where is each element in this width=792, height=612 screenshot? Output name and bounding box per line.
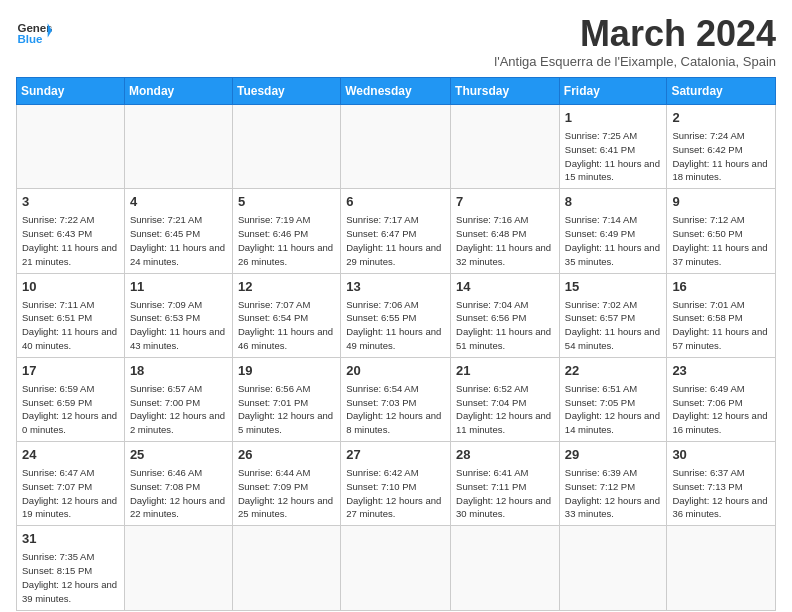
day-info: Sunrise: 6:59 AM Sunset: 6:59 PM Dayligh… bbox=[22, 382, 119, 437]
calendar-cell: 29Sunrise: 6:39 AM Sunset: 7:12 PM Dayli… bbox=[559, 442, 667, 526]
day-info: Sunrise: 7:25 AM Sunset: 6:41 PM Dayligh… bbox=[565, 129, 662, 184]
day-number: 7 bbox=[456, 193, 554, 211]
day-number: 25 bbox=[130, 446, 227, 464]
calendar-cell: 25Sunrise: 6:46 AM Sunset: 7:08 PM Dayli… bbox=[124, 442, 232, 526]
calendar-cell: 5Sunrise: 7:19 AM Sunset: 6:46 PM Daylig… bbox=[232, 189, 340, 273]
day-number: 3 bbox=[22, 193, 119, 211]
calendar-cell: 11Sunrise: 7:09 AM Sunset: 6:53 PM Dayli… bbox=[124, 273, 232, 357]
calendar-cell: 3Sunrise: 7:22 AM Sunset: 6:43 PM Daylig… bbox=[17, 189, 125, 273]
day-number: 6 bbox=[346, 193, 445, 211]
col-header-thursday: Thursday bbox=[451, 78, 560, 105]
day-number: 12 bbox=[238, 278, 335, 296]
day-info: Sunrise: 6:54 AM Sunset: 7:03 PM Dayligh… bbox=[346, 382, 445, 437]
calendar-cell: 31Sunrise: 7:35 AM Sunset: 8:15 PM Dayli… bbox=[17, 526, 125, 610]
day-info: Sunrise: 7:04 AM Sunset: 6:56 PM Dayligh… bbox=[456, 298, 554, 353]
calendar-cell: 9Sunrise: 7:12 AM Sunset: 6:50 PM Daylig… bbox=[667, 189, 776, 273]
calendar-cell bbox=[667, 526, 776, 610]
calendar-cell bbox=[124, 105, 232, 189]
day-info: Sunrise: 6:46 AM Sunset: 7:08 PM Dayligh… bbox=[130, 466, 227, 521]
calendar-cell: 16Sunrise: 7:01 AM Sunset: 6:58 PM Dayli… bbox=[667, 273, 776, 357]
day-number: 4 bbox=[130, 193, 227, 211]
calendar-cell: 26Sunrise: 6:44 AM Sunset: 7:09 PM Dayli… bbox=[232, 442, 340, 526]
day-number: 30 bbox=[672, 446, 770, 464]
logo-icon: General Blue bbox=[16, 16, 52, 52]
day-info: Sunrise: 6:39 AM Sunset: 7:12 PM Dayligh… bbox=[565, 466, 662, 521]
calendar-cell: 23Sunrise: 6:49 AM Sunset: 7:06 PM Dayli… bbox=[667, 357, 776, 441]
calendar-cell: 13Sunrise: 7:06 AM Sunset: 6:55 PM Dayli… bbox=[341, 273, 451, 357]
calendar-cell: 30Sunrise: 6:37 AM Sunset: 7:13 PM Dayli… bbox=[667, 442, 776, 526]
calendar-cell: 27Sunrise: 6:42 AM Sunset: 7:10 PM Dayli… bbox=[341, 442, 451, 526]
day-info: Sunrise: 6:49 AM Sunset: 7:06 PM Dayligh… bbox=[672, 382, 770, 437]
calendar-cell bbox=[232, 526, 340, 610]
calendar-cell: 15Sunrise: 7:02 AM Sunset: 6:57 PM Dayli… bbox=[559, 273, 667, 357]
calendar-cell: 14Sunrise: 7:04 AM Sunset: 6:56 PM Dayli… bbox=[451, 273, 560, 357]
day-info: Sunrise: 6:52 AM Sunset: 7:04 PM Dayligh… bbox=[456, 382, 554, 437]
calendar-cell: 28Sunrise: 6:41 AM Sunset: 7:11 PM Dayli… bbox=[451, 442, 560, 526]
day-number: 18 bbox=[130, 362, 227, 380]
calendar-week-row: 17Sunrise: 6:59 AM Sunset: 6:59 PM Dayli… bbox=[17, 357, 776, 441]
col-header-sunday: Sunday bbox=[17, 78, 125, 105]
day-info: Sunrise: 7:35 AM Sunset: 8:15 PM Dayligh… bbox=[22, 550, 119, 605]
calendar-cell bbox=[559, 526, 667, 610]
calendar-cell bbox=[341, 526, 451, 610]
calendar-cell bbox=[451, 105, 560, 189]
calendar-cell bbox=[341, 105, 451, 189]
day-info: Sunrise: 6:56 AM Sunset: 7:01 PM Dayligh… bbox=[238, 382, 335, 437]
day-info: Sunrise: 6:44 AM Sunset: 7:09 PM Dayligh… bbox=[238, 466, 335, 521]
day-number: 21 bbox=[456, 362, 554, 380]
day-number: 10 bbox=[22, 278, 119, 296]
day-info: Sunrise: 6:42 AM Sunset: 7:10 PM Dayligh… bbox=[346, 466, 445, 521]
calendar-cell: 7Sunrise: 7:16 AM Sunset: 6:48 PM Daylig… bbox=[451, 189, 560, 273]
day-info: Sunrise: 7:17 AM Sunset: 6:47 PM Dayligh… bbox=[346, 213, 445, 268]
day-number: 14 bbox=[456, 278, 554, 296]
day-number: 23 bbox=[672, 362, 770, 380]
day-number: 26 bbox=[238, 446, 335, 464]
calendar-cell: 8Sunrise: 7:14 AM Sunset: 6:49 PM Daylig… bbox=[559, 189, 667, 273]
day-info: Sunrise: 7:14 AM Sunset: 6:49 PM Dayligh… bbox=[565, 213, 662, 268]
calendar-week-row: 24Sunrise: 6:47 AM Sunset: 7:07 PM Dayli… bbox=[17, 442, 776, 526]
col-header-monday: Monday bbox=[124, 78, 232, 105]
day-number: 2 bbox=[672, 109, 770, 127]
day-info: Sunrise: 7:06 AM Sunset: 6:55 PM Dayligh… bbox=[346, 298, 445, 353]
day-info: Sunrise: 7:21 AM Sunset: 6:45 PM Dayligh… bbox=[130, 213, 227, 268]
day-info: Sunrise: 6:51 AM Sunset: 7:05 PM Dayligh… bbox=[565, 382, 662, 437]
calendar-cell: 10Sunrise: 7:11 AM Sunset: 6:51 PM Dayli… bbox=[17, 273, 125, 357]
page-header: General Blue March 2024 l'Antiga Esquerr… bbox=[16, 16, 776, 69]
svg-text:Blue: Blue bbox=[17, 33, 43, 45]
day-number: 24 bbox=[22, 446, 119, 464]
day-info: Sunrise: 7:02 AM Sunset: 6:57 PM Dayligh… bbox=[565, 298, 662, 353]
day-info: Sunrise: 6:47 AM Sunset: 7:07 PM Dayligh… bbox=[22, 466, 119, 521]
calendar-cell: 17Sunrise: 6:59 AM Sunset: 6:59 PM Dayli… bbox=[17, 357, 125, 441]
calendar-table: SundayMondayTuesdayWednesdayThursdayFrid… bbox=[16, 77, 776, 611]
day-info: Sunrise: 7:19 AM Sunset: 6:46 PM Dayligh… bbox=[238, 213, 335, 268]
calendar-header-row: SundayMondayTuesdayWednesdayThursdayFrid… bbox=[17, 78, 776, 105]
day-info: Sunrise: 7:07 AM Sunset: 6:54 PM Dayligh… bbox=[238, 298, 335, 353]
day-number: 13 bbox=[346, 278, 445, 296]
day-number: 28 bbox=[456, 446, 554, 464]
col-header-wednesday: Wednesday bbox=[341, 78, 451, 105]
col-header-tuesday: Tuesday bbox=[232, 78, 340, 105]
calendar-week-row: 3Sunrise: 7:22 AM Sunset: 6:43 PM Daylig… bbox=[17, 189, 776, 273]
title-area: March 2024 l'Antiga Esquerra de l'Eixamp… bbox=[494, 16, 776, 69]
calendar-cell: 6Sunrise: 7:17 AM Sunset: 6:47 PM Daylig… bbox=[341, 189, 451, 273]
calendar-cell bbox=[232, 105, 340, 189]
day-info: Sunrise: 6:57 AM Sunset: 7:00 PM Dayligh… bbox=[130, 382, 227, 437]
calendar-cell: 22Sunrise: 6:51 AM Sunset: 7:05 PM Dayli… bbox=[559, 357, 667, 441]
day-number: 29 bbox=[565, 446, 662, 464]
day-info: Sunrise: 7:12 AM Sunset: 6:50 PM Dayligh… bbox=[672, 213, 770, 268]
logo: General Blue bbox=[16, 16, 52, 52]
calendar-cell: 4Sunrise: 7:21 AM Sunset: 6:45 PM Daylig… bbox=[124, 189, 232, 273]
day-info: Sunrise: 7:09 AM Sunset: 6:53 PM Dayligh… bbox=[130, 298, 227, 353]
calendar-cell: 20Sunrise: 6:54 AM Sunset: 7:03 PM Dayli… bbox=[341, 357, 451, 441]
day-number: 19 bbox=[238, 362, 335, 380]
day-number: 11 bbox=[130, 278, 227, 296]
col-header-friday: Friday bbox=[559, 78, 667, 105]
day-info: Sunrise: 6:41 AM Sunset: 7:11 PM Dayligh… bbox=[456, 466, 554, 521]
day-info: Sunrise: 7:11 AM Sunset: 6:51 PM Dayligh… bbox=[22, 298, 119, 353]
calendar-cell: 21Sunrise: 6:52 AM Sunset: 7:04 PM Dayli… bbox=[451, 357, 560, 441]
day-info: Sunrise: 7:16 AM Sunset: 6:48 PM Dayligh… bbox=[456, 213, 554, 268]
calendar-week-row: 31Sunrise: 7:35 AM Sunset: 8:15 PM Dayli… bbox=[17, 526, 776, 610]
day-number: 16 bbox=[672, 278, 770, 296]
svg-text:General: General bbox=[17, 22, 52, 34]
calendar-cell bbox=[17, 105, 125, 189]
